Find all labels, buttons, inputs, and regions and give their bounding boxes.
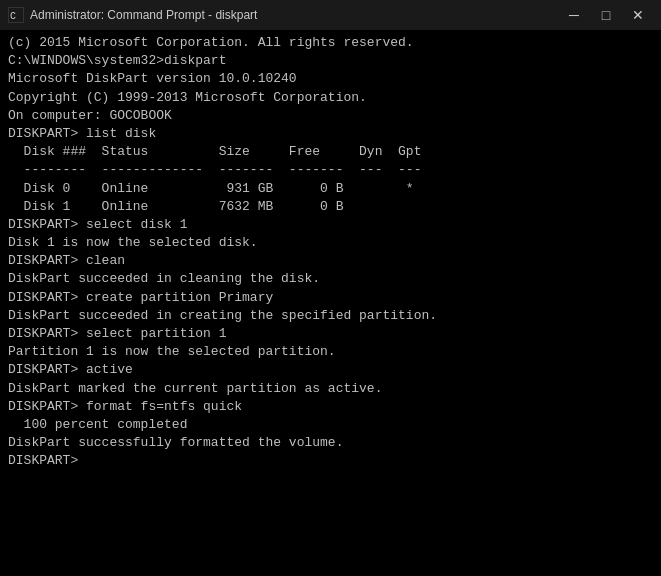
terminal-line: C:\WINDOWS\system32>diskpart xyxy=(8,52,653,70)
title-bar: C Administrator: Command Prompt - diskpa… xyxy=(0,0,661,30)
terminal-line: DISKPART> format fs=ntfs quick xyxy=(8,398,653,416)
terminal-line: Microsoft DiskPart version 10.0.10240 xyxy=(8,70,653,88)
terminal-line: DISKPART> list disk xyxy=(8,125,653,143)
terminal-line: DiskPart succeeded in creating the speci… xyxy=(8,307,653,325)
terminal-line: DiskPart marked the current partition as… xyxy=(8,380,653,398)
cmd-icon: C xyxy=(8,7,24,23)
title-bar-left: C Administrator: Command Prompt - diskpa… xyxy=(8,7,257,23)
terminal-line: DISKPART> select disk 1 xyxy=(8,216,653,234)
terminal-line: Disk ### Status Size Free Dyn Gpt xyxy=(8,143,653,161)
terminal-line: On computer: GOCOBOOK xyxy=(8,107,653,125)
terminal-line: Disk 1 Online 7632 MB 0 B xyxy=(8,198,653,216)
terminal-line: Disk 1 is now the selected disk. xyxy=(8,234,653,252)
terminal-line: (c) 2015 Microsoft Corporation. All righ… xyxy=(8,34,653,52)
title-bar-controls: ─ □ ✕ xyxy=(559,4,653,26)
terminal-line: DISKPART> create partition Primary xyxy=(8,289,653,307)
terminal-line: DiskPart succeeded in cleaning the disk. xyxy=(8,270,653,288)
maximize-button[interactable]: □ xyxy=(591,4,621,26)
window: C Administrator: Command Prompt - diskpa… xyxy=(0,0,661,576)
terminal-line: DISKPART> clean xyxy=(8,252,653,270)
terminal-line: DISKPART> active xyxy=(8,361,653,379)
terminal-line: Copyright (C) 1999-2013 Microsoft Corpor… xyxy=(8,89,653,107)
terminal-line: -------- ------------- ------- ------- -… xyxy=(8,161,653,179)
terminal-line: DISKPART> xyxy=(8,452,653,470)
terminal-content[interactable]: (c) 2015 Microsoft Corporation. All righ… xyxy=(0,30,661,576)
terminal-line: Partition 1 is now the selected partitio… xyxy=(8,343,653,361)
terminal-line: DISKPART> select partition 1 xyxy=(8,325,653,343)
minimize-button[interactable]: ─ xyxy=(559,4,589,26)
terminal-line: Disk 0 Online 931 GB 0 B * xyxy=(8,180,653,198)
svg-text:C: C xyxy=(10,11,16,22)
title-bar-title: Administrator: Command Prompt - diskpart xyxy=(30,8,257,22)
terminal-line: DiskPart successfully formatted the volu… xyxy=(8,434,653,452)
terminal-line: 100 percent completed xyxy=(8,416,653,434)
close-button[interactable]: ✕ xyxy=(623,4,653,26)
